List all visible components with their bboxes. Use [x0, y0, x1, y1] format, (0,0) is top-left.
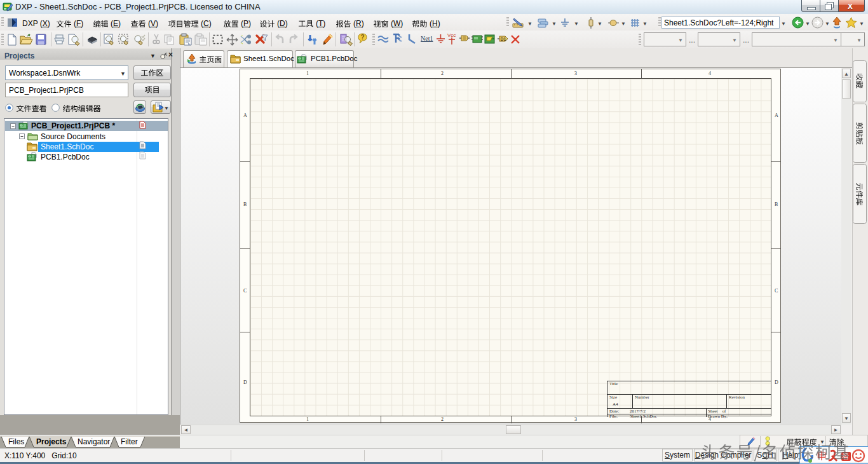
svg-text:Projects: Projects — [36, 437, 67, 446]
svg-text:?: ? — [361, 34, 365, 41]
svg-text:Files: Files — [8, 437, 24, 446]
svg-text:Filter: Filter — [121, 437, 138, 446]
svg-text:Navigator: Navigator — [78, 437, 110, 446]
svg-text:Vcc: Vcc — [447, 32, 456, 38]
svg-text:Net1: Net1 — [421, 35, 433, 42]
svg-text:D1: D1 — [501, 37, 506, 41]
